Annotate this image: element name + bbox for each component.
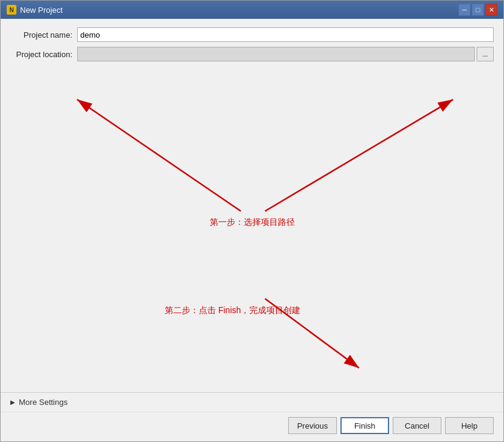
dialog-content: Project name: Project location: ... [1, 19, 503, 392]
step1-annotation: 第一步：选择项目路径 [210, 217, 295, 228]
location-input-wrapper: ... [77, 47, 494, 61]
svg-line-1 [77, 100, 241, 212]
more-settings-label: More Settings [19, 398, 67, 407]
title-bar-left: N New Project [7, 5, 63, 15]
project-location-input[interactable] [77, 47, 475, 61]
title-bar: N New Project ─ □ ✕ [1, 1, 503, 19]
project-name-input[interactable] [77, 27, 494, 42]
close-button[interactable]: ✕ [485, 4, 497, 16]
cancel-button[interactable]: Cancel [393, 417, 441, 434]
svg-line-2 [265, 100, 453, 212]
minimize-button[interactable]: ─ [458, 4, 471, 16]
more-settings-row[interactable]: ▶ More Settings [1, 392, 503, 412]
bottom-bar: ▶ More Settings Previous Finish Cancel H… [1, 392, 503, 441]
app-icon: N [7, 5, 16, 15]
project-location-row: Project location: ... [10, 47, 494, 61]
previous-button[interactable]: Previous [288, 417, 337, 434]
window-controls: ─ □ ✕ [458, 4, 497, 16]
project-location-label: Project location: [10, 50, 77, 59]
window-title: New Project [20, 5, 63, 15]
maximize-button[interactable]: □ [472, 4, 484, 16]
finish-button[interactable]: Finish [340, 417, 389, 434]
more-settings-arrow-icon: ▶ [10, 399, 15, 406]
browse-button[interactable]: ... [477, 47, 494, 61]
main-annotation-area: 第一步：选择项目路径 第二步：点击 Finish，完成项目创建 [10, 66, 494, 392]
new-project-window: N New Project ─ □ ✕ Project name: Projec… [0, 0, 504, 442]
buttons-row: Previous Finish Cancel Help [1, 412, 503, 441]
project-name-label: Project name: [10, 30, 77, 40]
arrows-overlay [10, 66, 494, 392]
help-button[interactable]: Help [445, 417, 494, 434]
project-name-row: Project name: [10, 27, 494, 42]
step2-annotation: 第二步：点击 Finish，完成项目创建 [165, 305, 300, 316]
